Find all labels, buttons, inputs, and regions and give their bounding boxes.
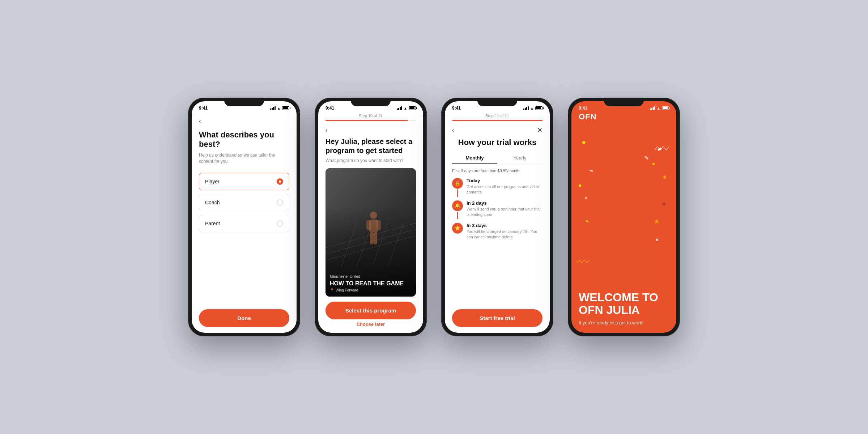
star-3: ★: [654, 217, 660, 226]
radio-dot-parent: [277, 220, 283, 227]
program-card-title: HOW TO READ THE GAME: [330, 280, 412, 287]
status-icons-4: ▲: [650, 106, 669, 110]
zigzag-decoration: [655, 145, 669, 156]
confetti-4: [590, 170, 593, 172]
timeline-desc-today: Get access to all our programs and video…: [467, 184, 542, 195]
page-title-2: Hey Julia, please select a program to ge…: [326, 137, 416, 155]
notch-4: [604, 98, 644, 106]
star-2: ★: [584, 195, 588, 200]
wifi-icon-3: ▲: [530, 106, 534, 110]
status-time-3: 9:41: [452, 106, 461, 111]
notch-1: [224, 98, 264, 106]
signal-icon-3: [523, 106, 529, 110]
timeline-connector-2: [457, 212, 458, 219]
confetti-3: [652, 162, 655, 165]
step-label-2: Step 10 of 11: [326, 114, 416, 118]
radio-player[interactable]: Player: [199, 173, 289, 190]
ofn-logo: OFN: [579, 112, 596, 122]
signal-icon-2: [397, 106, 402, 110]
status-icons-1: ▲: [270, 106, 289, 110]
p3-header: ‹ ✕: [445, 124, 550, 138]
svg-line-7: [326, 223, 416, 248]
timeline-content-today: Today Get access to all our programs and…: [467, 178, 542, 195]
page-subtitle-1: Help us understand so we can tailor the …: [199, 152, 289, 165]
status-time-1: 9:41: [199, 106, 208, 111]
progress-container-3: Step 11 of 11: [445, 112, 550, 124]
radio-dot-coach: [277, 199, 283, 206]
program-card-overlay: Manchester United HOW TO READ THE GAME 📍…: [326, 270, 416, 297]
progress-track-3: [452, 120, 542, 121]
signal-icon-4: [650, 106, 655, 110]
step-label-3: Step 11 of 11: [452, 114, 542, 118]
timeline-title-3days: In 3 days: [467, 223, 542, 228]
radio-coach-label: Coach: [205, 200, 220, 205]
program-card-position: 📍 Wing Forward: [330, 288, 412, 292]
confetti-1: [582, 141, 586, 144]
price-text: First 3 days are free then $9.99/month: [452, 169, 542, 173]
radio-player-label: Player: [205, 179, 220, 184]
confetti-9: [656, 239, 659, 241]
timeline-icon-today: 🔒: [452, 178, 463, 189]
welcome-body: OFN ★ ★ ★: [571, 112, 676, 333]
program-card[interactable]: Manchester United HOW TO READ THE GAME 📍…: [326, 168, 416, 297]
progress-fill-2: [326, 120, 408, 121]
timeline-item-today: 🔒 Today Get access to all our programs a…: [452, 178, 542, 197]
timeline-item-3days: ⭐ In 3 days You will be charged on Janua…: [452, 223, 542, 240]
battery-icon-1: [282, 106, 289, 110]
wifi-icon-4: ▲: [657, 106, 660, 110]
notch-2: [351, 98, 391, 106]
timeline-desc-3days: You will be charged on January 7th. You …: [467, 229, 542, 240]
confetti-7: [662, 203, 665, 206]
start-trial-button[interactable]: Start free trial: [452, 309, 542, 327]
back-button-3[interactable]: ‹: [452, 127, 454, 133]
timeline-icon-3days: ⭐: [452, 223, 463, 234]
timeline-icon-col-2: 🔔: [452, 200, 463, 220]
select-program-button[interactable]: Select this program: [326, 302, 416, 319]
notch-3: [477, 98, 517, 106]
phone-3: 9:41 ▲ Step 11 of 11 ‹ ✕: [441, 98, 553, 336]
phone-2: 9:41 ▲ Step 10 of 11 ‹ Hey Julia, p: [315, 98, 427, 336]
zigzag-decoration-2: [577, 259, 590, 268]
page-title-1: What describes you best?: [199, 130, 289, 149]
confetti-5: [578, 184, 582, 188]
back-button-1[interactable]: ‹: [199, 118, 289, 124]
tab-monthly[interactable]: Monthly: [452, 152, 497, 164]
wifi-icon-2: ▲: [404, 106, 407, 110]
svg-line-6: [326, 229, 416, 254]
radio-parent[interactable]: Parent: [199, 215, 289, 232]
progress-track-2: [326, 120, 416, 121]
svg-line-9: [341, 223, 357, 267]
timeline-title-today: Today: [467, 178, 542, 183]
star-1: ★: [662, 174, 667, 180]
status-time-4: 9:41: [579, 106, 587, 111]
page-title-3: How your trial works: [452, 138, 542, 147]
timeline-desc-2days: We will send you a reminder that your tr…: [467, 207, 542, 218]
tab-yearly[interactable]: Yearly: [497, 152, 542, 164]
choose-later-link[interactable]: Choose later: [326, 322, 416, 327]
status-time-2: 9:41: [326, 106, 334, 111]
page-subtitle-2: What program do you want to start with?: [326, 158, 416, 163]
timeline-icon-col-3: ⭐: [452, 223, 463, 234]
timeline-title-2days: In 2 days: [467, 200, 542, 206]
battery-icon-2: [409, 106, 416, 110]
timeline-item-2days: 🔔 In 2 days We will send you a reminder …: [452, 200, 542, 220]
back-button-2[interactable]: ‹: [326, 127, 416, 133]
svg-line-12: [388, 223, 403, 267]
signal-icon-1: [270, 106, 276, 110]
close-button-3[interactable]: ✕: [537, 126, 542, 134]
progress-container-2: Step 10 of 11: [318, 112, 423, 124]
timeline-connector-1: [457, 190, 458, 197]
radio-parent-label: Parent: [205, 221, 220, 226]
wifi-icon-1: ▲: [277, 106, 281, 110]
battery-icon-4: [662, 106, 669, 110]
status-icons-3: ▲: [523, 106, 542, 110]
svg-line-11: [372, 223, 388, 267]
done-button[interactable]: Done: [199, 309, 289, 327]
trial-timeline: 🔒 Today Get access to all our programs a…: [452, 178, 542, 243]
phone-4: 9:41 ▲ OFN: [568, 98, 680, 336]
timeline-icon-2days: 🔔: [452, 200, 463, 211]
radio-coach[interactable]: Coach: [199, 194, 289, 211]
location-icon: 📍: [330, 288, 334, 292]
confetti-8: [586, 220, 589, 222]
status-icons-2: ▲: [397, 106, 416, 110]
